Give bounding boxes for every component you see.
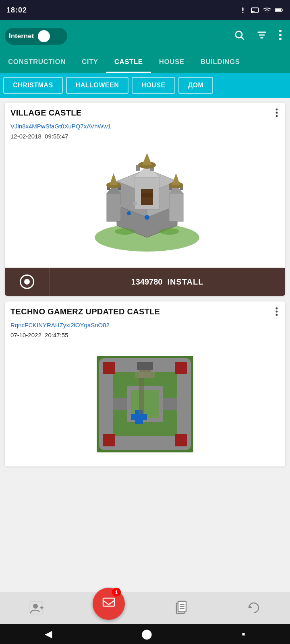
status-time: 18:02 xyxy=(6,6,27,14)
card-footer-1: 1349780 INSTALL xyxy=(5,268,285,296)
chip-halloween[interactable]: HALLOWEEN xyxy=(66,77,129,94)
chip-dom[interactable]: ДОМ xyxy=(178,77,213,94)
svg-point-50 xyxy=(115,228,135,235)
svg-rect-42 xyxy=(141,193,153,197)
cast-icon xyxy=(251,6,259,14)
svg-point-54 xyxy=(276,314,278,316)
card-village-castle: VILLAGE CASTLE VJln8x4MPwSfaGt0XuPQ7xAVh… xyxy=(5,103,285,296)
tab-construction[interactable]: CONSTRUCTION xyxy=(0,52,74,73)
search-icon[interactable] xyxy=(230,26,248,47)
svg-point-15 xyxy=(276,109,278,111)
alert-icon xyxy=(238,6,247,14)
svg-point-13 xyxy=(279,34,282,36)
svg-rect-6 xyxy=(282,9,283,10)
card-title-1: VILLAGE CASTLE xyxy=(10,108,81,118)
svg-point-7 xyxy=(236,31,242,37)
status-icons xyxy=(238,6,284,14)
svg-rect-5 xyxy=(276,9,281,11)
install-button-1[interactable]: 1349780 INSTALL xyxy=(49,268,285,296)
svg-rect-69 xyxy=(139,378,144,414)
svg-marker-34 xyxy=(172,173,180,185)
svg-point-53 xyxy=(276,311,278,313)
internet-label: Internet xyxy=(9,32,34,40)
sub-category-chips: CHRISTMAS HALLOWEEN HOUSE ДОМ xyxy=(0,73,290,98)
tab-buildings[interactable]: BUILDINGS xyxy=(193,52,248,73)
install-label-1: INSTALL xyxy=(167,277,203,287)
svg-rect-0 xyxy=(242,7,244,11)
wifi-icon xyxy=(263,6,271,14)
content-area: VILLAGE CASTLE VJln8x4MPwSfaGt0XuPQ7xAVh… xyxy=(0,98,290,471)
more-options-icon[interactable] xyxy=(276,26,285,47)
svg-marker-28 xyxy=(110,173,118,185)
svg-rect-1 xyxy=(242,12,244,13)
svg-rect-72 xyxy=(135,372,155,378)
svg-rect-62 xyxy=(131,414,147,420)
category-tabs: CONSTRUCTION CITY CASTLE HOUSE BUILDINGS xyxy=(0,52,290,73)
svg-point-17 xyxy=(276,115,278,117)
svg-rect-47 xyxy=(133,202,137,205)
svg-rect-66 xyxy=(175,434,187,446)
install-count-1: 1349780 xyxy=(131,277,163,287)
svg-rect-70 xyxy=(113,398,127,410)
svg-rect-45 xyxy=(117,204,121,208)
nav-item-refresh[interactable] xyxy=(238,596,270,620)
svg-rect-48 xyxy=(165,204,169,208)
svg-rect-67 xyxy=(137,362,153,370)
filter-icon[interactable] xyxy=(253,27,271,46)
tab-city[interactable]: CITY xyxy=(74,52,106,73)
bottom-nav: 1 xyxy=(0,592,290,624)
app-bar: Internet xyxy=(0,20,290,52)
svg-rect-49 xyxy=(172,204,176,208)
card-link-1[interactable]: VJln8x4MPwSfaGt0XuPQ7xAVhWw1 xyxy=(5,122,285,131)
tab-castle[interactable]: CASTLE xyxy=(106,52,151,73)
svg-rect-64 xyxy=(175,362,187,374)
svg-point-74 xyxy=(33,604,38,609)
svg-line-8 xyxy=(241,37,244,39)
svg-point-44 xyxy=(127,211,131,215)
chip-house[interactable]: HOUSE xyxy=(132,77,175,94)
toggle-circle[interactable] xyxy=(38,30,50,42)
card-title-2: TECHNO GAMERZ UPDATED CASTLE xyxy=(10,307,160,316)
card-image-1 xyxy=(5,143,285,268)
card-date-2: 07-10-2022 20:47:55 xyxy=(5,330,285,342)
svg-point-12 xyxy=(279,30,282,32)
svg-rect-63 xyxy=(103,362,115,374)
svg-point-3 xyxy=(251,12,252,13)
svg-point-51 xyxy=(159,228,179,235)
eye-icon-1 xyxy=(20,275,34,289)
card-menu-icon-2[interactable] xyxy=(274,307,280,318)
nav-item-copy[interactable] xyxy=(165,596,197,620)
chip-christmas[interactable]: CHRISTMAS xyxy=(3,77,63,94)
card-header-1: VILLAGE CASTLE xyxy=(5,103,285,122)
home-button[interactable]: ⬤ xyxy=(133,625,160,643)
nav-item-inbox[interactable]: 1 xyxy=(93,588,125,620)
svg-point-16 xyxy=(276,112,278,114)
battery-icon xyxy=(275,6,284,14)
view-button-1[interactable] xyxy=(5,268,49,296)
svg-point-43 xyxy=(145,215,149,220)
card-menu-icon-1[interactable] xyxy=(274,108,280,120)
card-link-2[interactable]: RqncFCKINYRAHZyxi2lOYgaSnO82 xyxy=(5,321,285,330)
card-image-2 xyxy=(5,342,285,466)
notification-badge: 1 xyxy=(112,588,121,597)
svg-rect-46 xyxy=(125,204,129,208)
status-bar: 18:02 xyxy=(0,0,290,20)
card-date-1: 12-02-2018 09:55:47 xyxy=(5,131,285,143)
svg-point-14 xyxy=(279,38,282,40)
card-header-2: TECHNO GAMERZ UPDATED CASTLE xyxy=(5,301,285,321)
tab-house[interactable]: HOUSE xyxy=(151,52,193,73)
svg-rect-65 xyxy=(103,434,115,446)
svg-rect-71 xyxy=(163,398,177,410)
android-nav-bar: ◀ ⬤ ▪ xyxy=(0,624,290,644)
card-techno-castle: TECHNO GAMERZ UPDATED CASTLE RqncFCKINYR… xyxy=(5,301,285,466)
svg-point-52 xyxy=(276,308,278,310)
nav-item-add-user[interactable] xyxy=(20,596,52,620)
recents-button[interactable]: ▪ xyxy=(234,625,253,643)
internet-toggle[interactable]: Internet xyxy=(5,28,67,45)
svg-marker-40 xyxy=(142,153,152,165)
back-button[interactable]: ◀ xyxy=(37,625,60,643)
